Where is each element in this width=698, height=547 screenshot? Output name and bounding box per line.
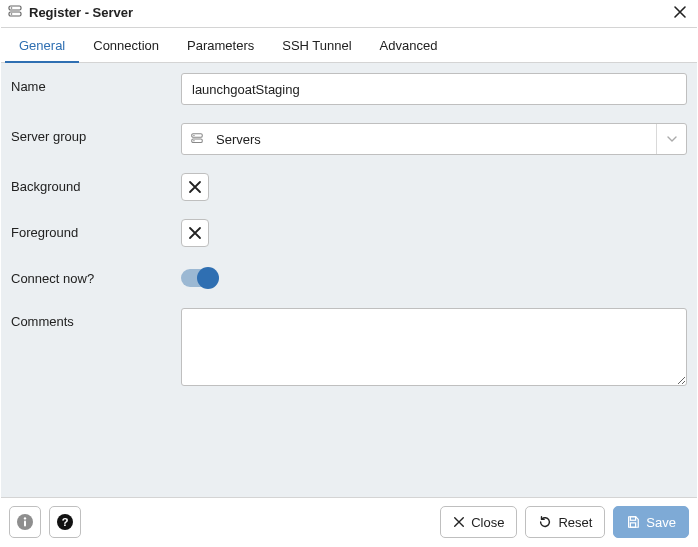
server-icon: [7, 4, 23, 20]
name-input[interactable]: [181, 73, 687, 105]
foreground-clear-button[interactable]: [181, 219, 209, 247]
info-button[interactable]: [9, 506, 41, 538]
row-background: Background: [11, 173, 687, 201]
server-group-icon: [190, 132, 204, 146]
row-connect-now: Connect now?: [11, 265, 687, 290]
background-clear-button[interactable]: [181, 173, 209, 201]
reset-label: Reset: [558, 515, 592, 530]
chevron-down-icon: [656, 124, 678, 154]
save-label: Save: [646, 515, 676, 530]
tab-general[interactable]: General: [5, 28, 79, 62]
tab-connection[interactable]: Connection: [79, 28, 173, 62]
tab-parameters[interactable]: Parameters: [173, 28, 268, 62]
help-button[interactable]: ?: [49, 506, 81, 538]
label-background: Background: [11, 173, 181, 194]
tab-label: SSH Tunnel: [282, 38, 351, 53]
reset-icon: [538, 515, 552, 529]
server-group-select[interactable]: Servers: [181, 123, 687, 155]
connect-now-toggle[interactable]: [181, 269, 217, 287]
window-title: Register - Server: [29, 5, 665, 20]
svg-text:?: ?: [62, 516, 69, 528]
svg-point-2: [11, 7, 13, 9]
close-icon: [673, 5, 687, 19]
label-connect-now: Connect now?: [11, 265, 181, 286]
tab-ssh-tunnel[interactable]: SSH Tunnel: [268, 28, 365, 62]
title-bar: Register - Server: [1, 1, 697, 27]
close-label: Close: [471, 515, 504, 530]
label-server-group: Server group: [11, 123, 181, 144]
svg-point-9: [24, 517, 26, 519]
window-close-button[interactable]: [671, 3, 689, 21]
save-button[interactable]: Save: [613, 506, 689, 538]
svg-rect-10: [24, 521, 26, 527]
close-button[interactable]: Close: [440, 506, 517, 538]
dialog-footer: ? Close Reset Save: [1, 497, 697, 546]
tab-label: Connection: [93, 38, 159, 53]
comments-input[interactable]: [181, 308, 687, 386]
row-foreground: Foreground: [11, 219, 687, 247]
label-comments: Comments: [11, 308, 181, 329]
row-name: Name: [11, 73, 687, 105]
reset-button[interactable]: Reset: [525, 506, 605, 538]
row-comments: Comments: [11, 308, 687, 389]
svg-point-6: [193, 135, 194, 136]
toggle-knob: [197, 267, 219, 289]
server-group-value: Servers: [212, 132, 648, 147]
svg-point-3: [11, 13, 13, 15]
x-icon: [188, 226, 202, 240]
save-icon: [626, 515, 640, 529]
tab-label: Advanced: [380, 38, 438, 53]
svg-point-7: [193, 140, 194, 141]
info-icon: [16, 513, 34, 531]
row-server-group: Server group Servers: [11, 123, 687, 155]
tab-advanced[interactable]: Advanced: [366, 28, 452, 62]
help-icon: ?: [56, 513, 74, 531]
form-content: Name Server group Servers: [1, 63, 697, 497]
close-icon: [453, 516, 465, 528]
tabs: General Connection Parameters SSH Tunnel…: [1, 27, 697, 63]
tab-label: General: [19, 38, 65, 53]
tab-label: Parameters: [187, 38, 254, 53]
label-foreground: Foreground: [11, 219, 181, 240]
x-icon: [188, 180, 202, 194]
label-name: Name: [11, 73, 181, 94]
